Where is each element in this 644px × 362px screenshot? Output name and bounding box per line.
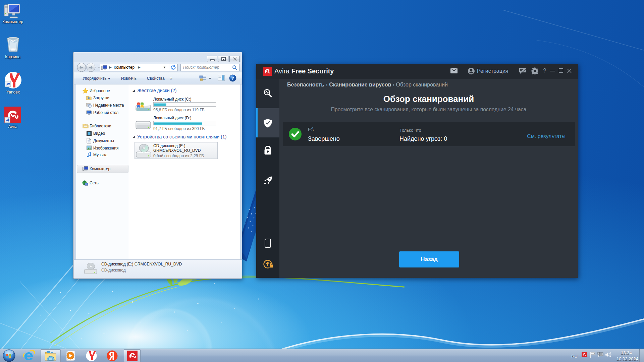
svg-text:?: ? [231,76,234,81]
